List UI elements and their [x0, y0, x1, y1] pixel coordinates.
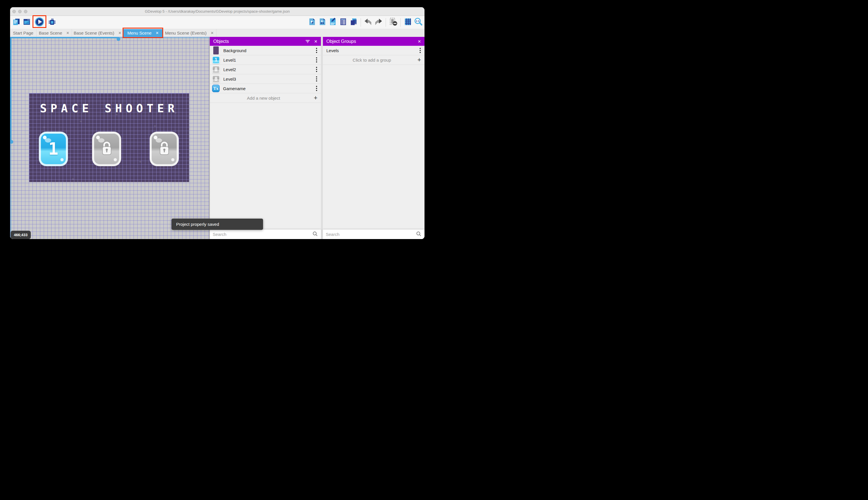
tab-close-icon[interactable]: ✕: [118, 31, 121, 35]
object-groups-panel: Object Groups ✕ Levels Click to add a gr…: [323, 37, 424, 239]
object-menu-kebab-icon[interactable]: [314, 85, 319, 92]
level2-button-instance[interactable]: [92, 132, 121, 166]
object-row-level2[interactable]: Level2: [210, 65, 321, 74]
toolbar-left-group: [12, 18, 56, 27]
add-object-row[interactable]: Add a new object +: [210, 93, 321, 103]
object-row-level1[interactable]: 1 Level1: [210, 55, 321, 65]
toolbar-separator: [386, 18, 386, 27]
panel-gap: [321, 37, 323, 239]
toolbar: 1:1: [10, 16, 424, 29]
save-toast: Project properly saved: [172, 219, 263, 230]
lock-icon: [100, 140, 114, 158]
group-row-levels[interactable]: Levels: [323, 46, 424, 55]
level1-button-instance[interactable]: 1: [39, 132, 68, 166]
group-menu-kebab-icon[interactable]: [418, 47, 423, 54]
object-row-level3[interactable]: Level3: [210, 74, 321, 84]
svg-text:1:1: 1:1: [415, 20, 419, 22]
play-preview-button[interactable]: [33, 18, 46, 27]
undo-button[interactable]: [364, 18, 372, 27]
object-menu-kebab-icon[interactable]: [314, 47, 319, 54]
objects-panel-title: Objects: [213, 39, 301, 44]
tab-label: Menu Scene: [127, 31, 151, 35]
groups-search-input[interactable]: [326, 232, 416, 237]
debugger-button[interactable]: [48, 18, 56, 27]
toggle-grid-button[interactable]: [403, 18, 412, 27]
object-groups-panel-toggle-button[interactable]: [318, 18, 327, 27]
close-window-button[interactable]: [12, 10, 16, 13]
tab-label: Base Scene (Events): [74, 31, 114, 35]
redo-button[interactable]: [374, 18, 383, 27]
level3-button-instance[interactable]: [150, 132, 179, 166]
object-groups-document-icon: [319, 18, 326, 27]
tab-menu-scene[interactable]: Menu Scene ✕: [124, 29, 163, 37]
objects-search-bar: [210, 229, 321, 239]
add-group-plus-icon[interactable]: +: [417, 57, 421, 63]
object-groups-panel-header: Object Groups ✕: [323, 37, 424, 46]
vertical-scrollbar-track[interactable]: [10, 37, 12, 142]
properties-panel-toggle-button[interactable]: [328, 18, 337, 27]
tab-label: Base Scene: [39, 31, 62, 35]
close-panel-icon[interactable]: ✕: [418, 39, 421, 44]
gdevelop-window: GDevelop 5 - /Users/dkarakay/Documents/G…: [10, 7, 424, 239]
level1-thumbnail: 1: [212, 56, 220, 64]
play-icon: [35, 17, 44, 28]
close-panel-icon[interactable]: ✕: [314, 39, 317, 44]
tab-menu-scene-events[interactable]: Menu Scene (Events) ✕: [163, 29, 216, 37]
objects-search-input[interactable]: [213, 232, 312, 237]
groups-search-bar: [323, 229, 424, 239]
toggle-instances-mask-button[interactable]: [389, 18, 397, 27]
add-object-plus-icon[interactable]: +: [314, 95, 317, 101]
scene-editor-button[interactable]: [22, 18, 31, 27]
objects-panel-toggle-button[interactable]: [308, 18, 316, 27]
toolbar-separator: [361, 18, 361, 27]
main-area: + + + + + + + + + + SPACE SHOOTER 1: [10, 37, 424, 239]
tab-base-scene-events[interactable]: Base Scene (Events) ✕: [72, 29, 124, 37]
objects-panel-header: Objects ✕: [210, 37, 321, 46]
undo-icon: [364, 18, 372, 27]
tab-base-scene[interactable]: Base Scene ✕: [37, 29, 72, 37]
toolbar-separator: [400, 18, 401, 27]
objects-panel: Objects ✕ Background: [210, 37, 321, 239]
layers-panel-toggle-button[interactable]: [349, 18, 358, 27]
object-menu-kebab-icon[interactable]: [314, 76, 319, 82]
object-menu-kebab-icon[interactable]: [314, 66, 319, 72]
tab-label: Start Page: [13, 31, 33, 35]
tab-close-icon[interactable]: ✕: [211, 31, 214, 35]
background-thumbnail: [213, 46, 219, 55]
minimize-window-button[interactable]: [18, 10, 22, 13]
gamename-text-thumbnail: Tx: [212, 85, 220, 92]
filter-icon[interactable]: [305, 40, 310, 43]
object-row-background[interactable]: Background: [210, 46, 321, 55]
horizontal-scrollbar-rest[interactable]: [119, 37, 209, 38]
search-icon: [416, 231, 422, 238]
object-menu-kebab-icon[interactable]: [314, 57, 319, 63]
horizontal-scrollbar-track[interactable]: [10, 37, 119, 38]
level3-locked-thumbnail: [212, 75, 220, 83]
grid-icon: [404, 18, 412, 27]
properties-pencil-icon: [329, 18, 337, 27]
maximize-window-button[interactable]: [24, 10, 27, 13]
tab-start-page[interactable]: Start Page: [10, 29, 37, 37]
window-title: GDevelop 5 - /Users/dkarakay/Documents/G…: [10, 7, 424, 15]
scene-editor-canvas[interactable]: + + + + + + + + + + SPACE SHOOTER 1: [10, 37, 209, 239]
objects-document-icon: [308, 18, 316, 27]
tab-close-icon[interactable]: ✕: [156, 31, 159, 35]
scene-window-icon: [23, 18, 31, 27]
vertical-scrollbar-thumb[interactable]: [10, 140, 13, 144]
project-manager-button[interactable]: [12, 18, 21, 27]
vertical-scrollbar-rest[interactable]: [10, 142, 12, 239]
cursor-coordinates-badge: 466;433: [11, 231, 31, 239]
project-manager-icon: [12, 18, 21, 27]
instances-list-panel-toggle-button[interactable]: [339, 18, 348, 27]
lock-icon: [158, 140, 171, 158]
toolbar-right-group: 1:1: [308, 18, 422, 27]
object-row-gamename[interactable]: Tx Gamename: [210, 84, 321, 93]
tab-close-icon[interactable]: ✕: [66, 31, 69, 35]
add-group-row[interactable]: Click to add a group +: [323, 55, 424, 65]
instances-list-icon: [339, 18, 347, 27]
zoom-1-1-icon: 1:1: [414, 18, 422, 27]
horizontal-scrollbar-thumb[interactable]: [117, 37, 120, 41]
game-scene-preview: + + + + + + + + + + SPACE SHOOTER 1: [29, 93, 189, 182]
redo-icon: [374, 18, 383, 27]
zoom-one-to-one-button[interactable]: 1:1: [414, 18, 422, 27]
